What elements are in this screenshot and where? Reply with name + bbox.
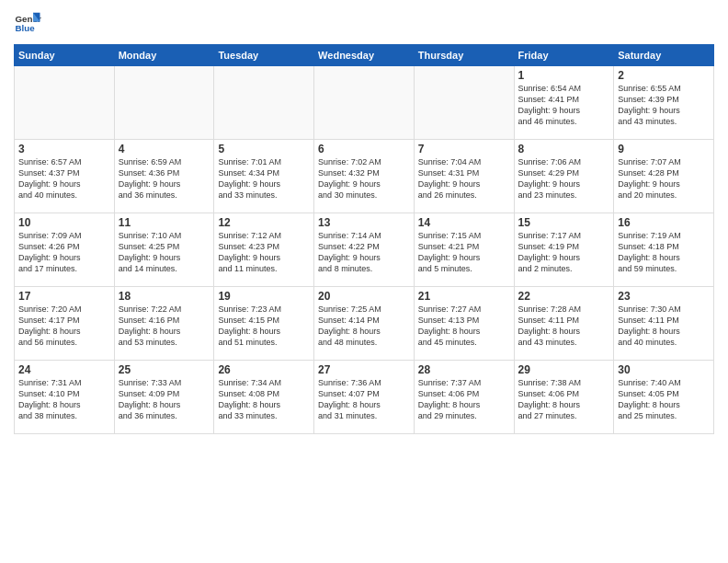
day-number: 3 — [18, 143, 110, 155]
day-number: 25 — [119, 363, 210, 376]
header-sunday: Sunday — [15, 45, 115, 66]
calendar-cell: 1Sunrise: 6:54 AM Sunset: 4:41 PM Daylig… — [514, 66, 614, 140]
calendar-cell: 14Sunrise: 7:15 AM Sunset: 4:21 PM Dayli… — [414, 213, 514, 287]
day-info: Sunrise: 7:33 AM Sunset: 4:09 PM Dayligh… — [119, 377, 210, 422]
day-number: 4 — [119, 143, 210, 155]
day-number: 11 — [119, 216, 210, 229]
day-number: 9 — [618, 143, 710, 155]
calendar-cell: 3Sunrise: 6:57 AM Sunset: 4:37 PM Daylig… — [15, 140, 115, 213]
day-number: 17 — [18, 290, 110, 303]
day-info: Sunrise: 7:19 AM Sunset: 4:18 PM Dayligh… — [618, 230, 710, 275]
day-number: 19 — [218, 290, 310, 303]
calendar-cell: 19Sunrise: 7:23 AM Sunset: 4:15 PM Dayli… — [214, 287, 314, 361]
calendar-cell — [15, 66, 115, 140]
calendar-cell: 22Sunrise: 7:28 AM Sunset: 4:11 PM Dayli… — [514, 287, 614, 361]
day-info: Sunrise: 7:28 AM Sunset: 4:11 PM Dayligh… — [518, 304, 610, 349]
calendar-cell: 8Sunrise: 7:06 AM Sunset: 4:29 PM Daylig… — [514, 140, 614, 213]
day-number: 29 — [518, 363, 610, 376]
header-wednesday: Wednesday — [314, 45, 415, 66]
day-info: Sunrise: 7:15 AM Sunset: 4:21 PM Dayligh… — [418, 230, 510, 275]
calendar-cell: 25Sunrise: 7:33 AM Sunset: 4:09 PM Dayli… — [114, 361, 214, 434]
calendar-cell: 30Sunrise: 7:40 AM Sunset: 4:05 PM Dayli… — [614, 361, 714, 434]
day-number: 14 — [418, 216, 510, 229]
day-info: Sunrise: 7:23 AM Sunset: 4:15 PM Dayligh… — [218, 304, 310, 349]
day-info: Sunrise: 7:34 AM Sunset: 4:08 PM Dayligh… — [218, 377, 310, 422]
calendar-cell: 6Sunrise: 7:02 AM Sunset: 4:32 PM Daylig… — [314, 140, 415, 213]
day-info: Sunrise: 6:59 AM Sunset: 4:36 PM Dayligh… — [119, 156, 210, 201]
calendar-cell: 27Sunrise: 7:36 AM Sunset: 4:07 PM Dayli… — [314, 361, 415, 434]
header-section: General Blue — [14, 9, 714, 37]
day-info: Sunrise: 7:10 AM Sunset: 4:25 PM Dayligh… — [119, 230, 210, 275]
day-number: 12 — [218, 216, 310, 229]
day-number: 5 — [218, 143, 310, 155]
calendar-cell: 20Sunrise: 7:25 AM Sunset: 4:14 PM Dayli… — [314, 287, 415, 361]
calendar-cell: 21Sunrise: 7:27 AM Sunset: 4:13 PM Dayli… — [414, 287, 514, 361]
calendar-cell: 10Sunrise: 7:09 AM Sunset: 4:26 PM Dayli… — [15, 213, 115, 287]
logo: General Blue — [14, 9, 45, 37]
day-number: 18 — [119, 290, 210, 303]
day-info: Sunrise: 7:07 AM Sunset: 4:28 PM Dayligh… — [618, 156, 710, 201]
calendar-cell: 9Sunrise: 7:07 AM Sunset: 4:28 PM Daylig… — [614, 140, 714, 213]
day-info: Sunrise: 7:36 AM Sunset: 4:07 PM Dayligh… — [318, 377, 410, 422]
day-number: 7 — [418, 143, 510, 155]
header-monday: Monday — [114, 45, 214, 66]
day-number: 1 — [518, 69, 610, 82]
day-number: 15 — [518, 216, 610, 229]
day-info: Sunrise: 7:27 AM Sunset: 4:13 PM Dayligh… — [418, 304, 510, 349]
calendar-cell: 24Sunrise: 7:31 AM Sunset: 4:10 PM Dayli… — [15, 361, 115, 434]
day-number: 21 — [418, 290, 510, 303]
day-info: Sunrise: 7:04 AM Sunset: 4:31 PM Dayligh… — [418, 156, 510, 201]
svg-text:Blue: Blue — [16, 23, 36, 33]
calendar-week-4: 17Sunrise: 7:20 AM Sunset: 4:17 PM Dayli… — [15, 287, 714, 361]
calendar-cell: 4Sunrise: 6:59 AM Sunset: 4:36 PM Daylig… — [114, 140, 214, 213]
day-info: Sunrise: 7:38 AM Sunset: 4:06 PM Dayligh… — [518, 377, 610, 422]
day-number: 23 — [618, 290, 710, 303]
day-number: 20 — [318, 290, 410, 303]
calendar-cell: 18Sunrise: 7:22 AM Sunset: 4:16 PM Dayli… — [114, 287, 214, 361]
day-info: Sunrise: 7:30 AM Sunset: 4:11 PM Dayligh… — [618, 304, 710, 349]
calendar-cell — [114, 66, 214, 140]
day-info: Sunrise: 6:57 AM Sunset: 4:37 PM Dayligh… — [18, 156, 110, 201]
calendar-week-2: 3Sunrise: 6:57 AM Sunset: 4:37 PM Daylig… — [15, 140, 714, 213]
calendar-cell: 7Sunrise: 7:04 AM Sunset: 4:31 PM Daylig… — [414, 140, 514, 213]
day-info: Sunrise: 7:02 AM Sunset: 4:32 PM Dayligh… — [318, 156, 410, 201]
calendar-cell: 11Sunrise: 7:10 AM Sunset: 4:25 PM Dayli… — [114, 213, 214, 287]
header-thursday: Thursday — [414, 45, 514, 66]
main-container: General Blue SundayMondayTuesdayWednesda… — [0, 0, 728, 439]
day-info: Sunrise: 7:14 AM Sunset: 4:22 PM Dayligh… — [318, 230, 410, 275]
calendar-header-row: SundayMondayTuesdayWednesdayThursdayFrid… — [15, 45, 714, 66]
day-info: Sunrise: 7:09 AM Sunset: 4:26 PM Dayligh… — [18, 230, 110, 275]
header-saturday: Saturday — [614, 45, 714, 66]
day-number: 30 — [618, 363, 710, 376]
day-info: Sunrise: 7:20 AM Sunset: 4:17 PM Dayligh… — [18, 304, 110, 349]
day-info: Sunrise: 6:55 AM Sunset: 4:39 PM Dayligh… — [618, 83, 710, 128]
calendar-cell: 12Sunrise: 7:12 AM Sunset: 4:23 PM Dayli… — [214, 213, 314, 287]
calendar-cell: 5Sunrise: 7:01 AM Sunset: 4:34 PM Daylig… — [214, 140, 314, 213]
calendar-cell: 15Sunrise: 7:17 AM Sunset: 4:19 PM Dayli… — [514, 213, 614, 287]
calendar-week-1: 1Sunrise: 6:54 AM Sunset: 4:41 PM Daylig… — [15, 66, 714, 140]
calendar-cell — [214, 66, 314, 140]
day-info: Sunrise: 7:25 AM Sunset: 4:14 PM Dayligh… — [318, 304, 410, 349]
day-number: 22 — [518, 290, 610, 303]
day-number: 10 — [18, 216, 110, 229]
day-number: 26 — [218, 363, 310, 376]
calendar-cell: 29Sunrise: 7:38 AM Sunset: 4:06 PM Dayli… — [514, 361, 614, 434]
header-friday: Friday — [514, 45, 614, 66]
day-info: Sunrise: 7:40 AM Sunset: 4:05 PM Dayligh… — [618, 377, 710, 422]
header-tuesday: Tuesday — [214, 45, 314, 66]
calendar-week-3: 10Sunrise: 7:09 AM Sunset: 4:26 PM Dayli… — [15, 213, 714, 287]
calendar-cell: 23Sunrise: 7:30 AM Sunset: 4:11 PM Dayli… — [614, 287, 714, 361]
calendar-cell: 16Sunrise: 7:19 AM Sunset: 4:18 PM Dayli… — [614, 213, 714, 287]
calendar-cell: 13Sunrise: 7:14 AM Sunset: 4:22 PM Dayli… — [314, 213, 415, 287]
day-info: Sunrise: 7:31 AM Sunset: 4:10 PM Dayligh… — [18, 377, 110, 422]
day-number: 27 — [318, 363, 410, 376]
day-number: 2 — [618, 69, 710, 82]
calendar-cell: 28Sunrise: 7:37 AM Sunset: 4:06 PM Dayli… — [414, 361, 514, 434]
day-info: Sunrise: 7:17 AM Sunset: 4:19 PM Dayligh… — [518, 230, 610, 275]
logo-icon: General Blue — [14, 9, 41, 37]
calendar-cell: 2Sunrise: 6:55 AM Sunset: 4:39 PM Daylig… — [614, 66, 714, 140]
calendar-table: SundayMondayTuesdayWednesdayThursdayFrid… — [14, 44, 714, 434]
day-number: 24 — [18, 363, 110, 376]
calendar-cell: 17Sunrise: 7:20 AM Sunset: 4:17 PM Dayli… — [15, 287, 115, 361]
day-info: Sunrise: 7:12 AM Sunset: 4:23 PM Dayligh… — [218, 230, 310, 275]
